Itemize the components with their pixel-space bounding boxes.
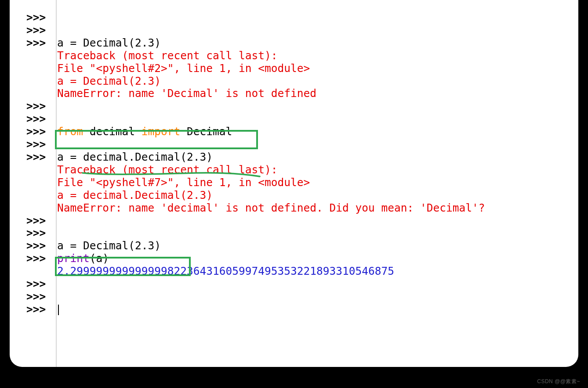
prompt: >>> [26, 138, 57, 151]
shell-line: >>> [26, 278, 485, 291]
line-content [57, 303, 59, 316]
shell-line: File "<pyshell#7>", line 1, in <module> [26, 176, 485, 189]
shell-line: >>> [26, 303, 485, 316]
shell-line: Traceback (most recent call last): [26, 164, 485, 176]
prompt: >>> [26, 303, 57, 316]
text-cursor [58, 305, 59, 315]
line-content: a = Decimal(2.3) [57, 75, 161, 88]
shell-line: >>> [26, 138, 485, 151]
shell-content[interactable]: >>>>>>>>>a = Decimal(2.3)Traceback (most… [26, 11, 485, 316]
shell-line: >>> [26, 100, 485, 113]
shell-line: NameError: name 'decimal' is not defined… [26, 202, 485, 215]
prompt: >>> [26, 11, 57, 24]
shell-line: a = Decimal(2.3) [26, 75, 485, 88]
shell-line: >>> [26, 227, 485, 240]
watermark: CSDN @@素素~ [537, 378, 580, 385]
line-content: NameError: name 'decimal' is not defined… [57, 202, 485, 215]
shell-line: File "<pyshell#2>", line 1, in <module> [26, 62, 485, 75]
shell-line: a = decimal.Decimal(2.3) [26, 189, 485, 202]
shell-line: >>> [26, 291, 485, 303]
shell-line: Traceback (most recent call last): [26, 50, 485, 62]
shell-line: >>>a = Decimal(2.3) [26, 37, 485, 50]
prompt: >>> [26, 37, 57, 50]
shell-line: >>>a = Decimal(2.3) [26, 240, 485, 252]
prompt: >>> [26, 100, 57, 113]
shell-line: >>> [26, 215, 485, 227]
shell-line: >>> [26, 11, 485, 24]
prompt: >>> [26, 24, 57, 37]
prompt: >>> [26, 291, 57, 303]
line-content: Traceback (most recent call last): [57, 164, 278, 176]
line-content: File "<pyshell#2>", line 1, in <module> [57, 62, 310, 75]
line-content: from decimal import Decimal [57, 126, 232, 138]
line-content: NameError: name 'Decimal' is not defined [57, 87, 316, 100]
prompt: >>> [26, 151, 57, 164]
shell-panel: >>>>>>>>>a = Decimal(2.3)Traceback (most… [10, 0, 578, 367]
shell-line: NameError: name 'Decimal' is not defined [26, 87, 485, 100]
line-content: 2.29999999999999982236431605997495353221… [57, 265, 394, 278]
prompt: >>> [26, 227, 57, 240]
prompt: >>> [26, 278, 57, 291]
shell-line: >>> [26, 113, 485, 126]
line-content: a = decimal.Decimal(2.3) [57, 151, 213, 164]
line-content: print(a) [57, 252, 109, 265]
line-content: a = decimal.Decimal(2.3) [57, 189, 213, 202]
shell-line: >>>a = decimal.Decimal(2.3) [26, 151, 485, 164]
prompt: >>> [26, 126, 57, 138]
shell-line: 2.29999999999999982236431605997495353221… [26, 265, 485, 278]
shell-line: >>>print(a) [26, 252, 485, 265]
shell-line: >>> [26, 24, 485, 37]
shell-line: >>>from decimal import Decimal [26, 126, 485, 138]
screenshot-root: >>>>>>>>>a = Decimal(2.3)Traceback (most… [0, 0, 588, 388]
line-content: Traceback (most recent call last): [57, 50, 278, 62]
prompt: >>> [26, 240, 57, 252]
prompt: >>> [26, 113, 57, 126]
line-content: a = Decimal(2.3) [57, 240, 161, 252]
line-content: a = Decimal(2.3) [57, 37, 161, 50]
prompt: >>> [26, 215, 57, 227]
line-content: File "<pyshell#7>", line 1, in <module> [57, 176, 310, 189]
prompt: >>> [26, 252, 57, 265]
